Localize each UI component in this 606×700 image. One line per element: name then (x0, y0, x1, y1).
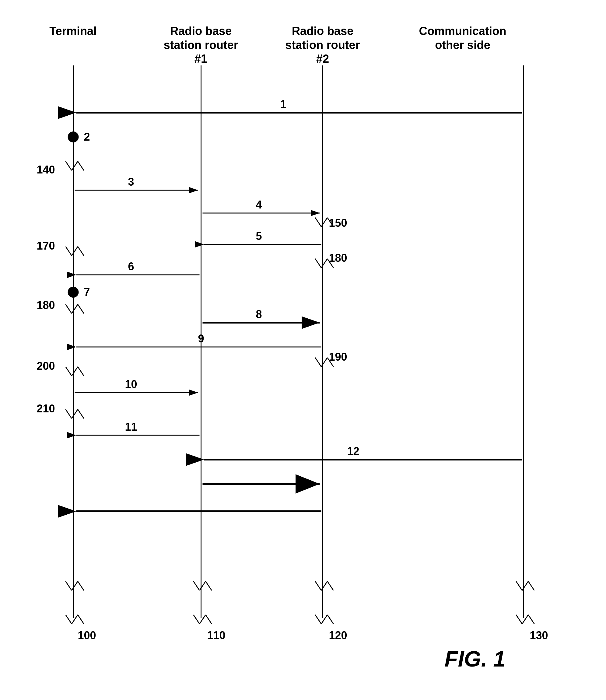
ref-180a: 180 (37, 299, 55, 311)
svg-line-91 (516, 581, 522, 590)
msg-3-label: 3 (128, 176, 134, 188)
svg-line-53 (315, 358, 321, 367)
ref-130: 130 (530, 629, 548, 641)
msg-10-label: 10 (125, 378, 137, 391)
svg-line-10 (200, 615, 206, 624)
ref-170: 170 (37, 239, 55, 252)
svg-line-13 (315, 615, 321, 624)
msg-6-label: 6 (128, 260, 134, 273)
diagram-container: Terminal Radio basestation router#1 Radi… (18, 18, 588, 682)
svg-line-7 (78, 615, 84, 624)
svg-line-59 (72, 367, 78, 376)
svg-line-14 (321, 615, 327, 624)
svg-line-58 (66, 367, 72, 376)
ref-150: 150 (329, 217, 347, 229)
ref-2: 2 (84, 131, 90, 143)
ref-200: 200 (37, 360, 55, 372)
svg-line-23 (78, 161, 84, 170)
msg-5-label: 5 (256, 230, 262, 242)
svg-line-33 (66, 247, 72, 256)
event-2-dot (68, 132, 79, 142)
svg-line-21 (66, 161, 72, 170)
msg-4-label: 4 (256, 199, 262, 211)
msg-12-label: 12 (347, 445, 359, 458)
ref-140: 140 (37, 163, 55, 176)
svg-line-19 (528, 615, 534, 624)
svg-line-89 (321, 581, 327, 590)
msg-11-label: 11 (125, 421, 137, 433)
svg-line-66 (78, 409, 84, 419)
ref-110: 110 (207, 629, 226, 641)
svg-line-18 (522, 615, 528, 624)
svg-line-54 (321, 358, 327, 367)
svg-line-35 (78, 247, 84, 256)
svg-line-22 (72, 161, 78, 170)
svg-line-34 (72, 247, 78, 256)
svg-line-86 (200, 581, 206, 590)
fig-label: FIG. 1 (445, 647, 506, 671)
ref-180b: 180 (329, 252, 347, 264)
svg-line-6 (72, 615, 78, 624)
svg-line-92 (522, 581, 528, 590)
svg-line-82 (66, 581, 72, 590)
svg-line-60 (78, 367, 84, 376)
svg-line-29 (321, 218, 327, 227)
msg-1-label: 1 (280, 98, 286, 111)
svg-line-84 (78, 581, 84, 590)
svg-line-11 (206, 615, 212, 624)
svg-line-40 (321, 259, 327, 268)
svg-line-5 (66, 615, 72, 624)
ref-120: 120 (329, 629, 347, 641)
svg-line-87 (206, 581, 212, 590)
ref-210: 210 (37, 402, 55, 415)
svg-line-83 (72, 581, 78, 590)
svg-line-47 (78, 304, 84, 313)
svg-line-93 (528, 581, 534, 590)
svg-line-65 (72, 409, 78, 419)
svg-line-88 (315, 581, 321, 590)
sequence-diagram: 100 110 120 130 1 2 140 (18, 18, 588, 682)
svg-line-28 (315, 218, 321, 227)
ref-7: 7 (84, 286, 90, 298)
svg-line-85 (193, 581, 200, 590)
svg-line-46 (72, 304, 78, 313)
svg-line-9 (193, 615, 200, 624)
svg-line-15 (327, 615, 333, 624)
svg-line-90 (327, 581, 333, 590)
svg-line-64 (66, 409, 72, 419)
msg-8-label: 8 (256, 308, 262, 321)
svg-line-39 (315, 259, 321, 268)
svg-line-45 (66, 304, 72, 313)
ref-190: 190 (329, 351, 347, 363)
svg-line-17 (516, 615, 522, 624)
ref-100: 100 (78, 629, 96, 641)
